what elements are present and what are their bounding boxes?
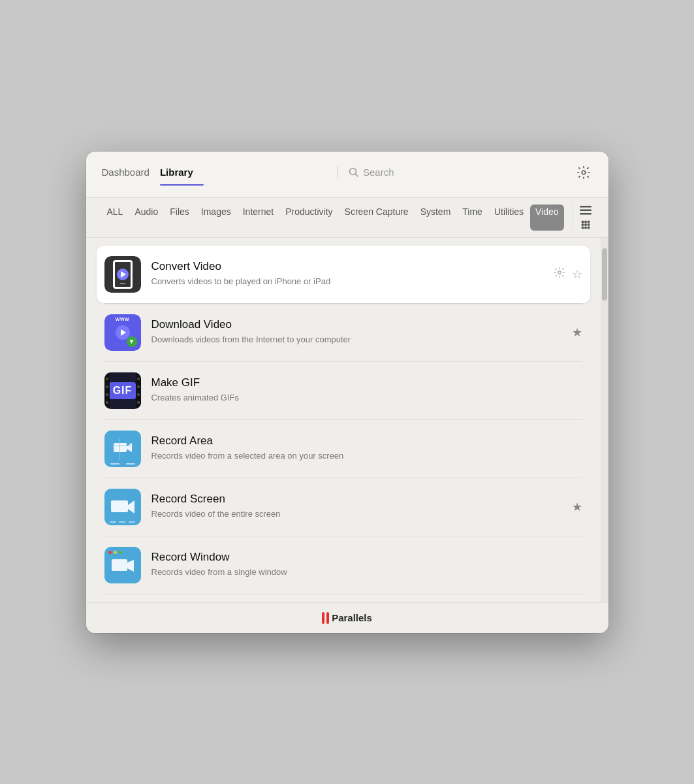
footer: Parallels [86,602,608,633]
download-video-text: Download Video Downloads videos from the… [151,318,561,346]
list-item[interactable]: GIF Make GIF Creates animated GIFs [97,362,590,419]
make-gif-desc: Creates animated GIFs [151,392,572,404]
svg-point-11 [587,223,590,226]
svg-point-2 [582,171,586,174]
cat-screen-capture[interactable]: Screen Capture [339,204,414,231]
svg-rect-17 [111,500,128,512]
convert-video-title: Convert Video [151,260,543,273]
svg-rect-5 [580,213,591,215]
svg-rect-16 [114,443,127,452]
scrollbar-track [601,238,608,602]
svg-point-8 [587,220,590,223]
search-icon [349,167,359,178]
record-area-title: Record Area [151,434,572,448]
parallels-bars-icon [322,612,329,624]
category-list: ALL Audio Files Images Internet Producti… [102,204,567,231]
list-view-button[interactable] [578,204,593,216]
download-video-actions: ★ [572,325,582,340]
record-area-icon [104,431,141,467]
download-video-desc: Downloads videos from the Internet to yo… [151,334,561,346]
cat-images[interactable]: Images [196,204,236,231]
list-item[interactable]: Record Window Records video from a singl… [97,536,590,594]
download-video-icon: WWW ▼ [104,314,141,351]
svg-point-6 [581,220,584,223]
category-nav: ALL Audio Files Images Internet Producti… [86,198,608,238]
parallels-logo: Parallels [95,612,599,624]
record-area-desc: Records video from a selected area on yo… [151,450,572,462]
convert-video-settings-icon[interactable] [554,267,565,282]
record-screen-actions: ★ [572,500,582,514]
search-placeholder: Search [363,167,394,178]
settings-button[interactable] [575,163,593,182]
svg-point-7 [584,220,587,223]
convert-video-star-icon[interactable]: ☆ [572,267,582,282]
svg-point-12 [581,226,584,229]
cat-video[interactable]: Video [530,204,564,231]
convert-video-icon [104,256,141,293]
convert-video-actions: ☆ [554,267,582,282]
record-screen-text: Record Screen Records video of the entir… [151,493,561,520]
library-tab[interactable]: Library [160,167,204,186]
cat-productivity[interactable]: Productivity [280,204,338,231]
svg-point-9 [581,223,584,226]
svg-point-15 [558,271,561,274]
record-screen-star-icon[interactable]: ★ [572,500,582,514]
search-box[interactable]: Search [349,167,575,186]
item-list: Convert Video Converts videos to be play… [86,238,601,602]
record-window-desc: Records video from a single window [151,566,572,578]
make-gif-text: Make GIF Creates animated GIFs [151,376,572,404]
parallels-brand-label: Parallels [332,612,372,623]
cat-time[interactable]: Time [457,204,488,231]
record-window-title: Record Window [151,551,572,564]
main-content: Convert Video Converts videos to be play… [86,238,608,602]
record-area-text: Record Area Records video from a selecte… [151,434,572,462]
divider [104,594,582,595]
download-video-title: Download Video [151,318,561,331]
app-window: Dashboard Library Search ALL A [86,152,608,633]
view-toggle [573,204,593,231]
grid-view-button[interactable] [578,219,593,231]
dashboard-tab[interactable]: Dashboard [102,167,160,186]
record-screen-desc: Records video of the entire screen [151,508,561,520]
svg-point-14 [587,226,590,229]
svg-point-10 [584,223,587,226]
list-item[interactable]: Convert Video Converts videos to be play… [97,246,590,303]
cat-all[interactable]: ALL [102,204,129,231]
header-divider [338,166,338,179]
cat-audio[interactable]: Audio [129,204,163,231]
make-gif-icon: GIF [104,372,141,409]
list-item[interactable]: WWW ▼ Download Video Downloads videos fr… [97,304,590,361]
record-screen-icon [104,489,141,525]
record-screen-title: Record Screen [151,493,561,506]
svg-rect-18 [112,559,127,571]
convert-video-desc: Converts videos to be played on iPhone o… [151,276,543,287]
download-video-star-icon[interactable]: ★ [572,325,582,340]
nav-tabs: Dashboard Library [102,167,328,186]
svg-point-13 [584,226,587,229]
record-window-text: Record Window Records video from a singl… [151,551,572,578]
svg-rect-3 [580,206,591,208]
convert-video-text: Convert Video Converts videos to be play… [151,260,543,287]
list-item[interactable]: Record Area Records video from a selecte… [97,420,590,478]
scrollbar-thumb[interactable] [602,248,607,301]
make-gif-title: Make GIF [151,376,572,389]
svg-line-1 [356,174,358,176]
list-item[interactable]: Record Screen Records video of the entir… [97,478,590,536]
header: Dashboard Library Search [86,152,608,198]
svg-rect-4 [580,209,591,211]
cat-utilities[interactable]: Utilities [489,204,529,231]
record-window-icon [104,547,141,583]
cat-system[interactable]: System [415,204,456,231]
cat-files[interactable]: Files [165,204,195,231]
cat-internet[interactable]: Internet [238,204,279,231]
